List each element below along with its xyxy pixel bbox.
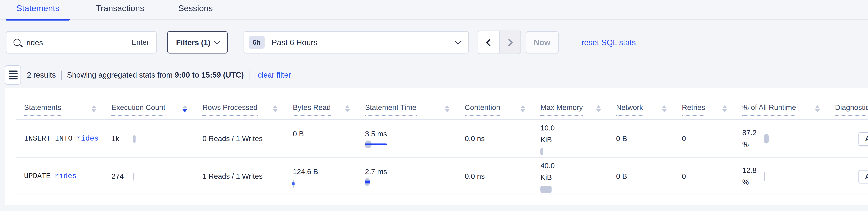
statement-fingerprint-link[interactable]: UPDATErides [24, 172, 112, 180]
statement-time-bar [365, 140, 390, 148]
column-header-execution-count[interactable]: Execution Count [112, 88, 203, 120]
time-range-dropdown[interactable]: 6h Past 6 Hours [243, 31, 469, 53]
sort-icon[interactable] [273, 105, 278, 112]
rows-processed-cell: 0 Reads / 1 Writes [203, 135, 293, 143]
tab-sessions[interactable]: Sessions [168, 3, 223, 20]
execution-count-cell: 1k [112, 135, 203, 143]
sort-icon[interactable] [662, 105, 666, 112]
diagnostics-cell: Activate [835, 132, 868, 146]
statement-time-bar [365, 178, 390, 185]
results-count: 2 results [27, 71, 56, 79]
sort-icon[interactable] [445, 105, 450, 112]
prev-time-button[interactable] [478, 31, 499, 53]
results-bar: 2 results Showing aggregated stats from … [5, 65, 868, 85]
max-memory-bar [540, 148, 544, 155]
tab-bar: Statements Transactions Sessions [0, 0, 868, 20]
tab-statements[interactable]: Statements [6, 3, 70, 20]
column-selector-button[interactable] [5, 65, 21, 85]
contention-cell: 0.0 ns [465, 135, 540, 143]
toolbar-divider [235, 31, 235, 53]
diagnostics-cell: Activate [835, 169, 868, 183]
toolbar: rides Enter Filters (1) 6h Past 6 Hours … [6, 31, 868, 53]
statements-table-card: Statements Execution Count Rows Processe… [5, 88, 868, 205]
column-header-retries[interactable]: Retries [682, 88, 742, 120]
max-memory-bar [540, 186, 552, 193]
chevron-down-icon [455, 38, 461, 44]
pct-runtime-bar [764, 172, 765, 181]
sql-activity-page: Statements Transactions Sessions rides E… [0, 0, 868, 211]
max-memory-cell: 10.0 KiB [540, 122, 616, 155]
bytes-read-bar [293, 142, 317, 150]
search-icon [13, 39, 21, 46]
column-header-max-memory[interactable]: Max Memory [540, 88, 616, 120]
chevron-left-icon [486, 38, 493, 46]
bytes-read-bar [293, 180, 317, 187]
table-row: INSERT INTOrides 1k 0 Reads / 1 Writes 0… [24, 120, 868, 158]
sort-icon[interactable] [521, 105, 525, 112]
time-range-label: Past 6 Hours [272, 38, 456, 47]
sort-icon[interactable] [182, 105, 187, 112]
activate-diagnostics-button[interactable]: Activate [859, 132, 868, 146]
sort-icon[interactable] [722, 105, 727, 112]
enter-hint: Enter [132, 38, 149, 47]
results-summary: Showing aggregated stats from 9:00 to 15… [67, 71, 244, 79]
column-header-network[interactable]: Network [616, 88, 682, 120]
column-header-statements[interactable]: Statements [24, 88, 112, 120]
sort-icon[interactable] [596, 105, 601, 112]
time-window-bold: 9:00 to 15:59 (UTC) [175, 71, 244, 79]
now-button[interactable]: Now [526, 31, 559, 53]
toolbar-divider [566, 31, 566, 53]
pct-runtime-bar [764, 134, 769, 143]
chevron-right-icon [505, 38, 513, 46]
time-range-badge: 6h [249, 36, 265, 49]
filters-button[interactable]: Filters (1) [167, 31, 227, 53]
execution-count-cell: 274 [112, 172, 203, 180]
tab-transactions[interactable]: Transactions [85, 3, 155, 20]
search-input[interactable]: rides Enter [6, 31, 157, 53]
next-time-button[interactable] [499, 31, 520, 53]
column-header-contention[interactable]: Contention [465, 88, 540, 120]
bytes-read-cell: 0 B [293, 128, 365, 150]
pct-runtime-cell: 12.8 % [742, 164, 835, 188]
network-cell: 0 B [616, 172, 682, 180]
columns-icon [8, 70, 18, 72]
statement-time-cell: 2.7 ms [365, 167, 465, 186]
activate-diagnostics-button[interactable]: Activate [859, 169, 868, 183]
rows-processed-cell: 1 Reads / 1 Writes [203, 172, 293, 180]
chevron-down-icon [214, 38, 219, 44]
column-header-rows-processed[interactable]: Rows Processed [203, 88, 293, 120]
table-header-row: Statements Execution Count Rows Processe… [24, 88, 868, 120]
column-header-pct-runtime[interactable]: % of All Runtime [742, 88, 835, 120]
sort-icon[interactable] [345, 105, 350, 112]
filters-label: Filters (1) [176, 38, 210, 47]
table-name-link[interactable]: rides [76, 135, 99, 143]
search-value[interactable]: rides [26, 38, 131, 47]
table-name-link[interactable]: rides [55, 172, 76, 180]
execution-count-bar [133, 173, 134, 180]
divider [249, 70, 250, 80]
clear-filter-link[interactable]: clear filter [258, 71, 291, 79]
sort-icon[interactable] [815, 105, 820, 112]
retries-cell: 0 [682, 135, 742, 143]
retries-cell: 0 [682, 172, 742, 180]
column-header-statement-time[interactable]: Statement Time [365, 88, 465, 120]
divider [61, 70, 62, 80]
contention-cell: 0.0 ns [465, 172, 540, 180]
reset-sql-stats-link[interactable]: reset SQL stats [582, 38, 636, 47]
network-cell: 0 B [616, 135, 682, 143]
statement-fingerprint-link[interactable]: INSERT INTOrides [24, 135, 112, 143]
table-row: UPDATErides 274 1 Reads / 1 Writes 124.6… [24, 158, 868, 195]
column-header-diagnostics[interactable]: Diagnostics [835, 88, 868, 120]
time-nav-group [477, 31, 521, 54]
max-memory-cell: 40.0 KiB [540, 160, 616, 193]
column-header-bytes-read[interactable]: Bytes Read [293, 88, 365, 120]
execution-count-bar [133, 135, 135, 143]
sort-icon[interactable] [92, 105, 96, 112]
pct-runtime-cell: 87.2 % [742, 127, 835, 151]
bytes-read-cell: 124.6 B [293, 165, 365, 187]
statement-time-cell: 3.5 ms [365, 130, 465, 148]
